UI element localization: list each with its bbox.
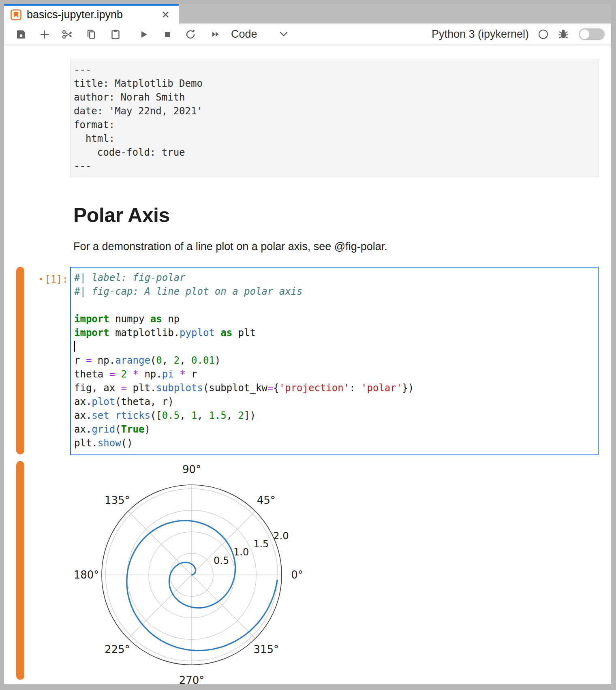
chevron-down-icon [279,31,288,37]
paste-cells-button[interactable] [109,28,122,41]
notebook-toolbar: Code Python 3 (ipykernel) [4,24,611,45]
kernel-status-icon[interactable] [539,30,548,39]
interrupt-kernel-button[interactable] [161,28,174,41]
cell-type-value: Code [231,28,257,41]
svg-text:2.0: 2.0 [273,530,289,542]
code-cell-editor[interactable]: #| label: fig-polar#| fig-cap: A line pl… [70,267,599,455]
svg-text:1.5: 1.5 [253,538,269,550]
restart-run-all-button[interactable] [209,28,222,41]
svg-text:315°: 315° [253,643,279,656]
restart-icon [184,28,197,41]
jupyterlab-window: basics-jupyter.ipynb ✕ [4,4,611,684]
cut-cells-button[interactable] [61,28,74,41]
screenshot-root: basics-jupyter.ipynb ✕ [0,0,616,690]
polar-plot-output: 0°45°90°135°180°225°270°315°0.51.01.52.0 [75,462,314,688]
save-button[interactable] [15,28,28,41]
output-collapser-bar[interactable] [16,461,24,680]
tab-bar: basics-jupyter.ipynb ✕ [4,4,611,24]
insert-cell-button[interactable] [38,28,51,41]
markdown-paragraph: For a demonstration of a line plot on a … [73,240,387,253]
tab-title: basics-jupyter.ipynb [27,9,154,21]
prompt-label: [1]: [45,274,68,285]
execution-prompt: •[1]: [15,272,68,286]
svg-text:135°: 135° [105,494,130,506]
restart-kernel-button[interactable] [184,28,197,41]
toggle-knob [580,30,589,39]
svg-text:0°: 0° [291,569,303,581]
scissors-icon [61,28,73,41]
tab-close-icon[interactable]: ✕ [159,9,172,21]
input-collapser-bar[interactable] [16,267,24,454]
svg-text:1.0: 1.0 [233,546,249,558]
run-cell-button[interactable] [137,28,150,41]
svg-text:180°: 180° [75,569,99,581]
debugger-bug-icon[interactable] [558,28,569,40]
copy-icon [85,28,97,41]
unsaved-dot: • [38,274,43,284]
raw-yaml-cell[interactable]: --- title: Matplotlib Demo author: Norah… [70,60,599,177]
svg-text:225°: 225° [105,643,130,656]
markdown-heading: Polar Axis [73,204,170,227]
svg-text:45°: 45° [257,494,276,506]
kernel-name[interactable]: Python 3 (ipykernel) [432,28,529,41]
svg-text:90°: 90° [182,463,201,476]
play-icon [138,29,149,40]
clipboard-icon [109,28,122,41]
copy-cells-button[interactable] [85,28,98,41]
side-panel-toggle[interactable] [579,28,605,40]
floppy-disk-icon [15,29,27,40]
plus-icon [39,29,50,40]
cell-type-dropdown[interactable]: Code [231,24,288,45]
svg-text:270°: 270° [179,674,205,686]
notebook-tab[interactable]: basics-jupyter.ipynb ✕ [4,4,179,24]
toolbar-right-group: Python 3 (ipykernel) [432,24,605,45]
stop-icon [162,29,173,40]
fast-forward-icon [210,28,222,41]
svg-text:0.5: 0.5 [214,555,229,566]
notebook-icon [11,9,21,20]
